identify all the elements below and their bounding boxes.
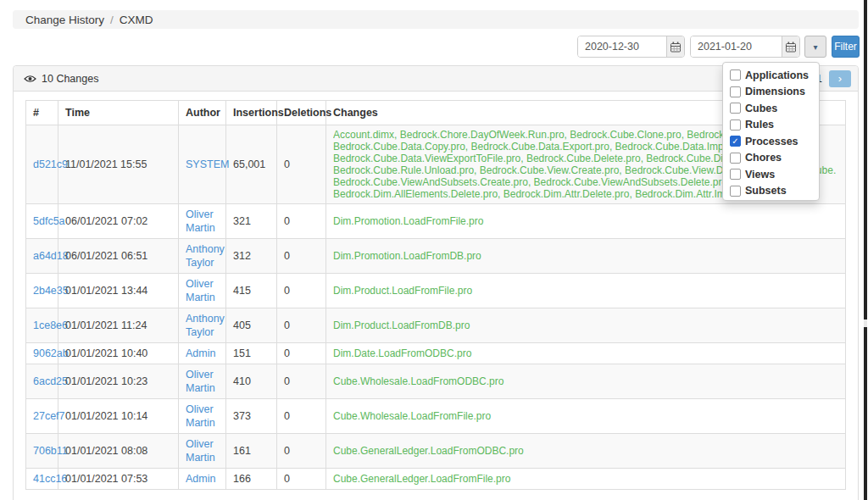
changes-cell: Cube.GeneralLedger.LoadFromFile.pro [326,469,846,490]
dropdown-item-dimensions[interactable]: Dimensions [730,84,819,101]
deletions-cell: 0 [277,308,326,343]
author-link[interactable]: Oliver Martin [186,369,215,394]
commit-id-link[interactable]: 1ce8e6 [33,319,68,331]
commit-id-cell: 706b11 [26,434,58,469]
author-link[interactable]: Oliver Martin [186,278,215,303]
changes-count: 10 Changes [42,73,98,85]
time-cell: 01/01/2021 08:08 [58,434,179,469]
author-link[interactable]: Admin [186,347,215,359]
column-header-insertions: Insertions [226,101,277,125]
dropdown-item-chores[interactable]: Chores [730,150,819,167]
checkbox-unchecked[interactable] [730,69,741,81]
checkbox-unchecked[interactable] [730,186,741,197]
column-header-: # [26,101,58,125]
changes-cell: Dim.Promotion.LoadFromDB.pro [326,239,846,274]
breadcrumb-page: CXMD [120,14,153,26]
date-from-calendar-button[interactable] [666,36,684,57]
dropdown-item-label: Subsets [745,185,787,197]
commit-id-link[interactable]: d521c9 [33,158,68,170]
commit-id-link[interactable]: 9062ab [33,347,69,359]
commit-id-cell: 1ce8e6 [26,308,58,343]
dropdown-item-cubes[interactable]: Cubes [730,100,819,117]
checkbox-unchecked[interactable] [730,86,741,97]
changes-cell: Dim.Product.LoadFromFile.pro [326,274,846,308]
date-to-calendar-button[interactable] [782,36,799,57]
commit-id-cell: d521c9 [26,125,58,204]
dropdown-item-label: Rules [745,119,774,131]
author-link[interactable]: SYSTEM [186,158,229,170]
checkbox-unchecked[interactable] [730,169,741,180]
deletions-cell: 0 [277,343,326,364]
scrollbar-thumb-gap [864,319,867,327]
dropdown-item-rules[interactable]: Rules [730,117,819,134]
change-item: Dim.Date.LoadFromODBC.pro [333,347,838,359]
commit-id-link[interactable]: 706b11 [33,445,68,457]
commit-id-link[interactable]: 5dfc5a [33,215,65,227]
table-row: 6acd2501/01/2021 10:23Oliver Martin4100C… [26,364,846,399]
author-link[interactable]: Oliver Martin [186,208,215,234]
table-row: 706b1101/01/2021 08:08Oliver Martin1610C… [26,434,846,469]
dropdown-item-views[interactable]: Views [730,166,819,183]
commit-id-cell: 41cc16 [26,469,58,490]
scrollbar[interactable] [864,0,867,500]
time-cell: 11/01/2021 15:55 [58,125,179,204]
insertions-cell: 166 [226,469,277,490]
author-link[interactable]: Admin [186,473,215,485]
dropdown-item-processes[interactable]: ✓Processes [730,133,819,150]
commit-id-cell: 9062ab [26,343,58,364]
column-header-time: Time [58,101,179,125]
dropdown-item-label: Dimensions [745,86,805,97]
date-from-input[interactable] [578,36,666,57]
table-row: a64d1806/01/2021 06:51Anthony Taylor3120… [26,239,846,274]
breadcrumb-section[interactable]: Change History [25,14,104,26]
author-cell: Anthony Taylor [179,308,226,343]
breadcrumb-separator: / [110,14,114,26]
change-item: Account.dimx, Bedrock.Chore.DayOfWeek.Ru… [333,129,723,141]
commit-id-link[interactable]: a64d18 [33,250,69,262]
filter-controls: ▾ Filter [577,36,860,58]
dropdown-item-label: Views [745,169,775,181]
deletions-cell: 0 [277,469,326,490]
checkbox-unchecked[interactable] [730,153,741,164]
dropdown-item-label: Applications [745,69,809,81]
filter-button-label: Filter [834,41,857,53]
column-header-author: Author [179,101,226,125]
change-item: Cube.Wholesale.LoadFromFile.pro [333,410,838,422]
checkbox-checked[interactable]: ✓ [730,136,741,147]
chevron-right-icon: › [838,73,842,84]
commit-id-link[interactable]: 6acd25 [33,375,68,387]
dropdown-item-label: Chores [745,152,782,164]
author-link[interactable]: Anthony Taylor [186,313,225,338]
calendar-icon [786,42,796,53]
time-cell: 01/01/2021 10:14 [58,399,179,434]
pagination-next-button[interactable]: › [829,70,851,87]
author-link[interactable]: Oliver Martin [186,438,215,464]
time-cell: 06/01/2021 07:02 [58,204,179,239]
insertions-cell: 373 [226,399,277,434]
author-link[interactable]: Oliver Martin [186,403,215,429]
time-cell: 01/01/2021 13:44 [58,274,179,308]
commit-id-link[interactable]: 27cef7 [33,410,65,422]
checkbox-unchecked[interactable] [730,103,741,114]
commit-id-link[interactable]: 41cc16 [33,473,67,485]
eye-icon [24,75,36,83]
change-item: Bedrock.Cube.Data.Copy.pro, Bedrock.Cube… [333,141,723,153]
breadcrumb: Change History / CXMD [13,10,859,29]
dropdown-item-subsets[interactable]: Subsets [730,183,819,200]
table-row: 1ce8e601/01/2021 11:24Anthony Taylor4050… [26,308,846,343]
commit-id-link[interactable]: 2b4e35 [33,285,69,297]
change-item: Cube.GeneralLedger.LoadFromFile.pro [333,473,838,485]
author-link[interactable]: Anthony Taylor [186,243,225,269]
checkbox-unchecked[interactable] [730,119,741,131]
change-item: Dim.Product.LoadFromDB.pro [333,319,838,331]
pagination: 1 › [816,70,851,87]
date-to-input[interactable] [691,36,782,57]
change-item: Cube.Wholesale.LoadFromODBC.pro [333,375,838,387]
dropdown-item-applications[interactable]: Applications [730,67,819,84]
filter-button[interactable]: Filter [832,36,860,58]
insertions-cell: 405 [226,308,277,343]
deletions-cell: 0 [277,239,326,274]
changes-cell: Dim.Product.LoadFromDB.pro [326,308,846,343]
insertions-cell: 161 [226,434,277,469]
type-filter-dropdown-button[interactable]: ▾ [804,36,826,58]
